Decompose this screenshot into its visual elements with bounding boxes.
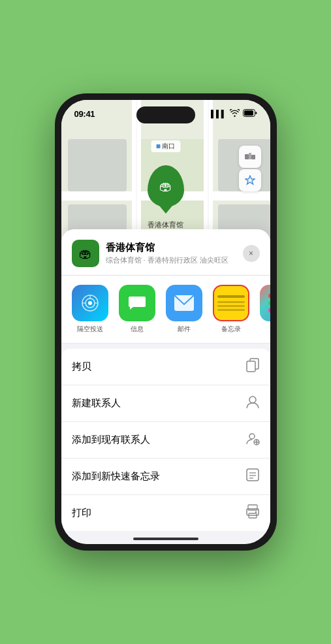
venue-icon: 🏟 xyxy=(72,240,99,267)
share-notes[interactable]: 备忘录 xyxy=(213,285,249,334)
svg-rect-37 xyxy=(248,505,257,510)
mail-label: 邮件 xyxy=(178,325,191,334)
svg-point-40 xyxy=(255,511,256,513)
map-pin: 🏟 香港体育馆 xyxy=(148,165,184,230)
messages-icon xyxy=(119,285,155,321)
quick-note-label: 添加到新快速备忘录 xyxy=(72,470,160,483)
svg-rect-17 xyxy=(249,153,251,159)
notes-label: 备忘录 xyxy=(221,325,241,334)
stadium-icon: 🏟 xyxy=(79,246,92,261)
svg-point-21 xyxy=(88,301,92,305)
quick-note-icon xyxy=(245,468,260,485)
home-indicator xyxy=(133,538,198,540)
svg-point-28 xyxy=(249,396,256,403)
action-new-contact[interactable]: 新建联系人 xyxy=(61,385,270,422)
print-label: 打印 xyxy=(72,507,91,519)
svg-rect-27 xyxy=(247,361,255,372)
svg-rect-18 xyxy=(251,155,255,159)
phone-screen: 09:41 ▌▌▌ xyxy=(61,100,270,544)
venue-subtitle: 综合体育馆 · 香港特别行政区 油尖旺区 xyxy=(106,255,243,265)
wifi-icon xyxy=(230,109,240,118)
bottom-sheet: 🏟 香港体育馆 综合体育馆 · 香港特别行政区 油尖旺区 × xyxy=(61,229,270,544)
messages-label: 信息 xyxy=(131,325,144,334)
copy-label: 拷贝 xyxy=(72,361,91,373)
svg-rect-3 xyxy=(68,139,127,191)
share-row: 隔空投送 信息 xyxy=(61,276,270,344)
copy-icon xyxy=(245,358,260,376)
share-mail[interactable]: 邮件 xyxy=(166,285,202,334)
action-quick-note[interactable]: 添加到新快速备忘录 xyxy=(61,459,270,495)
share-messages[interactable]: 信息 xyxy=(119,285,155,334)
phone-frame: 09:41 ▌▌▌ xyxy=(55,93,277,551)
notes-icon xyxy=(213,285,249,321)
signal-icon: ▌▌▌ xyxy=(211,110,226,118)
svg-point-29 xyxy=(249,434,255,439)
print-icon xyxy=(245,504,260,522)
airdrop-label: 隔空投送 xyxy=(77,325,103,334)
venue-header: 🏟 香港体育馆 综合体育馆 · 香港特别行政区 油尖旺区 × xyxy=(61,229,270,276)
mail-icon xyxy=(166,285,202,321)
airdrop-icon xyxy=(72,285,108,321)
action-add-existing[interactable]: 添加到现有联系人 xyxy=(61,422,270,459)
map-controls xyxy=(239,146,261,191)
add-existing-label: 添加到现有联系人 xyxy=(72,434,150,446)
venue-info: 香港体育馆 综合体育馆 · 香港特别行政区 油尖旺区 xyxy=(106,242,243,265)
new-contact-label: 新建联系人 xyxy=(72,397,121,410)
venue-name: 香港体育馆 xyxy=(106,242,243,254)
svg-rect-33 xyxy=(247,469,259,481)
map-type-button[interactable] xyxy=(239,146,261,168)
share-airdrop[interactable]: 隔空投送 xyxy=(72,285,108,334)
map-label: 南口 xyxy=(151,140,180,152)
stadium-icon: 🏟 xyxy=(159,179,172,194)
share-items: 隔空投送 信息 xyxy=(72,285,260,334)
pin-label: 香港体育馆 xyxy=(148,220,183,230)
action-print[interactable]: 打印 xyxy=(61,495,270,531)
action-copy[interactable]: 拷贝 xyxy=(61,349,270,385)
share-more[interactable]: 推 xyxy=(260,285,270,334)
location-button[interactable] xyxy=(239,169,261,191)
action-list: 拷贝 新建联系人 xyxy=(61,349,270,531)
more-apps-icon xyxy=(260,285,270,321)
status-time: 09:41 xyxy=(74,109,95,119)
svg-rect-16 xyxy=(245,154,249,159)
add-existing-icon xyxy=(245,431,260,449)
battery-icon xyxy=(243,109,257,118)
new-contact-icon xyxy=(245,394,260,412)
status-icons: ▌▌▌ xyxy=(211,109,257,118)
dynamic-island xyxy=(136,106,195,123)
svg-rect-1 xyxy=(244,110,253,116)
close-button[interactable]: × xyxy=(243,245,260,262)
